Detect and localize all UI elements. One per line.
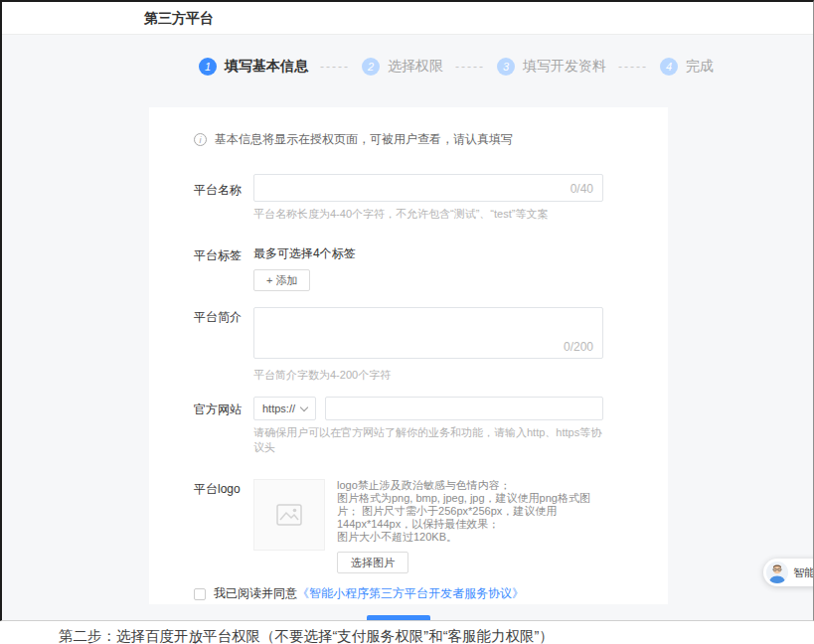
step-separator: ----- [455, 60, 485, 74]
agreement-text: 我已阅读并同意 [214, 585, 297, 602]
step-dev-info: 3 填写开发资料 [497, 58, 606, 76]
platform-name-help: 平台名称长度为4-40个字符，不允许包含“测试”、“test”等文案 [253, 207, 603, 222]
platform-name-label: 平台名称 [194, 174, 253, 222]
form-row-platform-logo: 平台logo logo禁止涉及政治敏感与色情内容； 图片格式为png, bmp,… [194, 479, 668, 573]
screenshot-frame: 第三方平台 1 填写基本信息 ----- 2 选择权限 ----- 3 填写开发… [0, 0, 814, 621]
platform-intro-help: 平台简介字数为4-200个字符 [253, 368, 603, 383]
step-basic-info: 1 填写基本信息 [199, 58, 308, 76]
info-icon: i [194, 133, 207, 146]
step-1-label: 填写基本信息 [225, 58, 308, 76]
logo-rule-line: 图片格式为png, bmp, jpeg, jpg，建议使用png格式图片； 图片… [337, 492, 603, 531]
step-4-circle: 4 [660, 58, 678, 76]
basic-info-card: i 基本信息将显示在授权页面，可被用户查看，请认真填写 平台名称 0/40 平台… [149, 107, 668, 604]
form-row-platform-name: 平台名称 0/40 平台名称长度为4-40个字符，不允许包含“测试”、“test… [194, 174, 668, 222]
step-2-label: 选择权限 [388, 58, 443, 76]
stepper: 1 填写基本信息 ----- 2 选择权限 ----- 3 填写开发资料 ---… [199, 58, 813, 76]
chevron-down-icon [300, 402, 308, 410]
step-1-circle: 1 [199, 58, 217, 76]
form-row-platform-intro: 平台简介 0/200 平台简介字数为4-200个字符 [194, 307, 668, 383]
form-row-official-site: 官方网站 https:// 请确保用户可以在官方网站了解你的业务和功能，请输入h… [194, 397, 668, 455]
platform-name-input[interactable] [253, 174, 603, 202]
step-4-label: 完成 [686, 58, 714, 76]
platform-intro-label: 平台简介 [194, 307, 253, 383]
page-header: 第三方平台 [2, 2, 813, 35]
protocol-select[interactable]: https:// [253, 397, 316, 420]
form-row-platform-tags: 平台标签 最多可选择4个标签 + 添加 [194, 245, 668, 291]
platform-intro-counter: 0/200 [564, 340, 593, 354]
tutorial-caption: 第二步：选择百度开放平台权限（不要选择“支付服务权限”和“客服能力权限”） [59, 627, 554, 644]
agreement-link[interactable]: 《智能小程序第三方平台开发者服务协议》 [297, 585, 524, 602]
logo-rule-line: 图片大小不超过120KB。 [337, 531, 603, 544]
assistant-person-icon [766, 562, 788, 583]
step-3-label: 填写开发资料 [523, 58, 606, 76]
add-tag-button[interactable]: + 添加 [253, 269, 310, 291]
platform-name-counter: 0/40 [570, 182, 593, 196]
platform-tags-label: 平台标签 [194, 245, 253, 291]
info-notice-text: 基本信息将显示在授权页面，可被用户查看，请认真填写 [215, 131, 513, 148]
step-permissions: 2 选择权限 [362, 58, 443, 76]
step-done: 4 完成 [660, 58, 714, 76]
image-icon [276, 504, 302, 526]
agreement-checkbox[interactable] [194, 588, 206, 600]
platform-intro-textarea[interactable] [253, 307, 603, 359]
logo-rule-line: logo禁止涉及政治敏感与色情内容； [337, 479, 603, 492]
official-site-help: 请确保用户可以在官方网站了解你的业务和功能，请输入http、https等协议头 [253, 425, 603, 455]
assistant-widget[interactable]: 智能助手 [763, 559, 814, 586]
next-step-button[interactable]: 下一步 [367, 615, 430, 621]
agreement-row: 我已阅读并同意 《智能小程序第三方平台开发者服务协议》 [194, 585, 668, 602]
assistant-label: 智能助手 [793, 565, 814, 580]
platform-logo-label: 平台logo [194, 479, 253, 573]
step-2-circle: 2 [362, 58, 380, 76]
official-site-input[interactable] [325, 397, 603, 420]
step-3-circle: 3 [497, 58, 515, 76]
assistant-avatar [766, 562, 788, 583]
step-separator: ----- [320, 60, 350, 74]
official-site-label: 官方网站 [194, 397, 253, 455]
protocol-value: https:// [262, 402, 295, 414]
platform-tags-hint: 最多可选择4个标签 [253, 245, 603, 262]
info-notice: i 基本信息将显示在授权页面，可被用户查看，请认真填写 [194, 131, 668, 148]
page-title: 第三方平台 [2, 2, 813, 34]
choose-image-button[interactable]: 选择图片 [337, 552, 408, 573]
logo-upload-box[interactable] [253, 479, 325, 551]
step-separator: ----- [618, 60, 648, 74]
